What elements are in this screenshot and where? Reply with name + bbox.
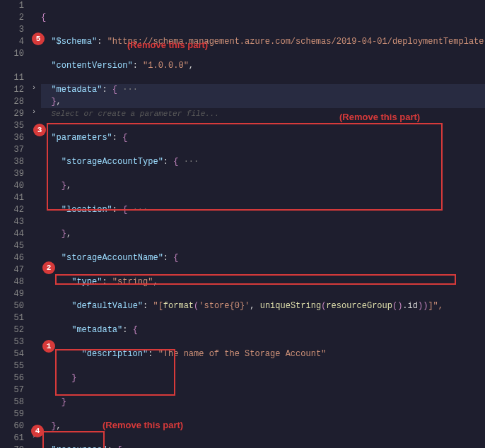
line-gutter: 1 2 3 4 10 11 12 28 29 35 36 37 38 39 40…	[0, 0, 30, 448]
chevron-right-icon[interactable]: ›	[30, 108, 38, 120]
annotation-remove-1: (Remove this part)	[127, 40, 208, 50]
badge-5: 5	[32, 33, 45, 45]
code-area[interactable]: { "$schema": "https://schema.management.…	[40, 0, 485, 448]
parameter-file-hint[interactable]: Select or create a parameter file...	[51, 110, 219, 118]
badge-3: 3	[33, 124, 46, 136]
chevron-right-icon[interactable]: ›	[30, 84, 38, 96]
badge-4: 4	[31, 425, 44, 437]
code-editor: 1 2 3 4 10 11 12 28 29 35 36 37 38 39 40…	[0, 0, 485, 448]
fold-column: › › › ›	[30, 0, 40, 448]
badge-1: 1	[42, 340, 55, 353]
annotation-remove-3: (Remove this part)	[103, 420, 183, 430]
annotation-remove-2: (Remove this part)	[339, 112, 420, 122]
badge-2: 2	[42, 261, 55, 274]
